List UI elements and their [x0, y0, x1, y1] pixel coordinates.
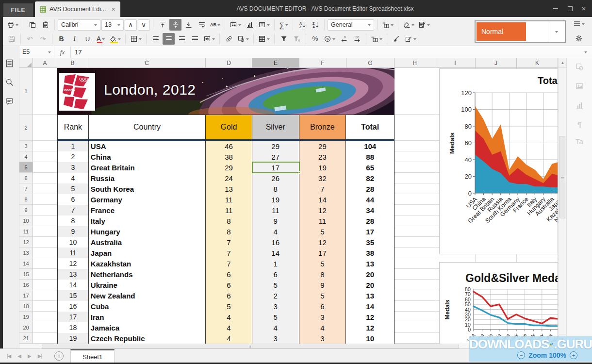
last-sheet-button[interactable]: ▶|	[38, 353, 42, 359]
insert-cells-button[interactable]	[380, 19, 395, 31]
row-header-14[interactable]: 14	[19, 258, 33, 269]
cell-bronze[interactable]: 17	[299, 248, 346, 259]
percent-style-button[interactable]: %	[309, 33, 321, 45]
paragraph-settings-icon[interactable]: ¶	[577, 120, 581, 129]
font-size-select[interactable]: 13	[101, 19, 124, 31]
conditional-format-button[interactable]	[417, 19, 431, 31]
print-button[interactable]	[5, 19, 20, 31]
row-header-2[interactable]: 2	[19, 115, 33, 141]
cell-bronze[interactable]: 8	[299, 269, 346, 280]
cell-silver[interactable]: 27	[252, 151, 299, 163]
cell-total[interactable]: 13	[346, 258, 394, 269]
clear-filter-button[interactable]	[291, 33, 303, 45]
first-sheet-button[interactable]: |◀	[7, 353, 11, 359]
row-header-7[interactable]: 7	[19, 183, 33, 194]
cell-total[interactable]: 44	[346, 194, 394, 205]
row-header-19[interactable]: 19	[19, 312, 33, 322]
row-header-13[interactable]: 13	[19, 248, 33, 258]
cell-rank[interactable]: 18	[58, 322, 89, 333]
minimize-button[interactable]	[548, 0, 563, 17]
cell-rank[interactable]: 3	[58, 162, 89, 173]
image-settings-icon[interactable]	[575, 82, 584, 92]
cell-bronze[interactable]: 5	[299, 290, 346, 301]
scroll-up-button[interactable]: ▲	[559, 58, 567, 68]
filter-button[interactable]	[278, 33, 290, 45]
cell-country[interactable]: France	[89, 205, 206, 216]
align-left-button[interactable]	[149, 33, 162, 45]
row-header-16[interactable]: 16	[19, 280, 33, 290]
insert-image-button[interactable]	[228, 19, 243, 31]
row-header-15[interactable]: 15	[19, 269, 33, 280]
cell-silver[interactable]: 29	[252, 141, 299, 152]
cell-rank[interactable]: 13	[58, 269, 89, 280]
delete-cells-button[interactable]	[369, 33, 384, 45]
cell-bronze[interactable]: 3	[299, 333, 346, 344]
cell-bronze[interactable]: 7	[299, 183, 346, 195]
cell-bronze[interactable]: 19	[299, 162, 346, 173]
settings-button[interactable]	[571, 33, 587, 44]
cell-style-normal[interactable]: Normal	[476, 21, 527, 42]
cell-rank[interactable]: 5	[58, 183, 89, 195]
clear-style-button[interactable]	[401, 19, 416, 31]
cell-silver[interactable]: 11	[252, 205, 299, 216]
row-header-11[interactable]: 11	[19, 226, 33, 237]
copy-button[interactable]	[26, 19, 38, 31]
align-justify-button[interactable]	[189, 33, 201, 45]
formula-input[interactable]: 17	[71, 49, 579, 56]
row-header-4[interactable]: 4	[19, 151, 33, 162]
search-icon[interactable]	[5, 78, 14, 88]
cell-bronze[interactable]: 11	[299, 215, 346, 227]
wrap-text-button[interactable]	[196, 19, 208, 31]
cell-bronze[interactable]: 14	[299, 194, 346, 205]
banner-image[interactable]: london London, 2012	[57, 68, 395, 115]
cell-total[interactable]: 82	[346, 173, 394, 184]
font-size-increase-button[interactable]: ∧	[125, 19, 137, 31]
cell-gold[interactable]: 38	[206, 151, 252, 163]
row-header-5[interactable]: 5	[19, 162, 33, 173]
cell-total[interactable]: 35	[346, 237, 394, 248]
bold-button[interactable]: B	[55, 33, 67, 45]
sort-ascending-button[interactable]: AZ	[296, 19, 308, 31]
cell-country[interactable]: Australia	[89, 237, 206, 248]
cell-gold[interactable]: 4	[206, 322, 252, 333]
cell-country[interactable]: Hungary	[89, 226, 206, 237]
cell-gold[interactable]: 6	[206, 269, 252, 280]
cell-bronze[interactable]: 3	[299, 312, 346, 323]
cell-country[interactable]: Germany	[89, 194, 206, 205]
cell-total[interactable]: 14	[346, 301, 394, 312]
cell-total[interactable]: 34	[346, 205, 394, 216]
cell-silver[interactable]: 4	[252, 226, 299, 237]
cell-gold[interactable]: 29	[206, 162, 252, 173]
cell-bronze[interactable]: 5	[299, 258, 346, 269]
paste-button[interactable]	[39, 19, 51, 31]
cell-country[interactable]: USA	[89, 141, 206, 152]
cell-rank[interactable]: 9	[58, 226, 89, 237]
header-cell-silver[interactable]: Silver	[252, 115, 299, 139]
cell-country[interactable]: New Zealand	[89, 290, 206, 301]
column-header-K[interactable]: K	[517, 58, 558, 68]
valign-top-button[interactable]	[156, 19, 168, 31]
cell-gold[interactable]: 24	[206, 173, 252, 184]
cell-silver[interactable]: 1	[252, 258, 299, 269]
merge-cells-button[interactable]	[202, 33, 216, 45]
cell-silver[interactable]: 4	[252, 322, 299, 333]
cell-silver[interactable]: 17	[252, 162, 299, 173]
sheet-tab-sheet1[interactable]: Sheet1	[70, 349, 115, 364]
valign-bottom-button[interactable]	[182, 19, 195, 31]
cell-total[interactable]: 38	[346, 248, 394, 259]
cell-total[interactable]: 88	[346, 151, 394, 163]
cell-gold[interactable]: 8	[206, 215, 252, 227]
column-header-A[interactable]: A	[33, 58, 57, 68]
column-header-C[interactable]: C	[88, 58, 206, 68]
cell-total[interactable]: 65	[346, 162, 394, 173]
cell-silver[interactable]: 2	[252, 290, 299, 301]
cell-rank[interactable]: 14	[58, 280, 89, 291]
autosum-button[interactable]: ∑	[278, 19, 290, 31]
cell-gold[interactable]: 11	[206, 205, 252, 216]
text-orientation-button[interactable]: AB	[209, 19, 222, 31]
underline-button[interactable]: U	[82, 33, 94, 45]
cell-country[interactable]: Jamaica	[89, 322, 206, 333]
cell-total[interactable]: 20	[346, 280, 394, 291]
header-cell-rank[interactable]: Rank	[58, 115, 89, 139]
row-header-20[interactable]: 20	[19, 322, 33, 333]
